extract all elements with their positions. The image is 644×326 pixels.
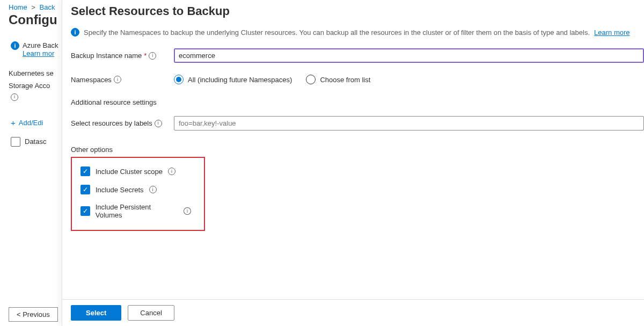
help-icon[interactable]: i [149,52,156,60]
select-resources-blade: Select Resources to Backup i Specify the… [62,0,644,326]
info-text: Azure Back [23,41,58,49]
labels-label: Select resources by labels [71,119,152,127]
help-icon[interactable]: i [184,207,191,215]
learn-more-link[interactable]: Learn mor [23,49,58,57]
check-icon: ✓ [83,186,88,193]
radio-all-label: All (including future Namespaces) [188,76,292,84]
datasource-label: Datasc [25,137,46,146]
instance-name-label: Backup Instance name [71,52,142,60]
radio-choose-from-list[interactable]: Choose from list [306,75,370,84]
include-cluster-scope-checkbox[interactable]: ✓ [80,166,90,176]
add-edit-label: Add/Edi [19,119,43,127]
include-pv-checkbox[interactable]: ✓ [80,206,90,216]
required-asterisk: * [144,52,147,60]
include-cluster-scope-label: Include Cluster scope [96,168,163,176]
backup-instance-name-input[interactable] [174,48,644,63]
check-icon: ✓ [83,168,88,175]
other-options-highlight: ✓ Include Cluster scope i ✓ Include Secr… [71,157,205,231]
info-icon: i [71,28,79,37]
breadcrumb-separator: > [31,3,35,11]
radio-choose-label: Choose from list [320,76,370,84]
breadcrumb-home[interactable]: Home [9,3,27,11]
resources-by-labels-input[interactable] [174,116,644,131]
page-title: Configu [0,12,59,31]
info-bar-text: Specify the Namespaces to backup the und… [84,28,590,37]
other-options-header: Other options [71,142,644,157]
storage-label: Storage Acco [0,77,59,90]
info-icon: i [11,41,19,50]
namespaces-label: Namespaces [71,76,112,84]
help-icon[interactable]: i [11,93,18,101]
help-icon[interactable]: i [155,120,162,127]
blade-title: Select Resources to Backup [71,0,644,28]
include-secrets-label: Include Secrets [96,186,144,194]
plus-icon: + [11,118,16,127]
radio-all-namespaces[interactable]: All (including future Namespaces) [174,75,292,84]
radio-circle-icon [174,75,184,84]
check-icon: ✓ [83,207,88,215]
help-icon[interactable]: i [149,186,157,193]
datasource-checkbox[interactable] [11,137,20,147]
select-button[interactable]: Select [71,305,121,321]
add-edit-link[interactable]: + Add/Edi [0,101,59,127]
help-icon[interactable]: i [168,168,175,175]
learn-more-link[interactable]: Learn more [594,28,630,37]
kubernetes-label: Kubernetes se [0,57,59,77]
radio-circle-icon [306,75,316,84]
cancel-button[interactable]: Cancel [128,305,174,321]
include-secrets-checkbox[interactable]: ✓ [80,185,90,194]
additional-settings-header: Additional resource settings [71,96,644,116]
breadcrumb-back[interactable]: Back [40,3,55,11]
help-icon[interactable]: i [114,76,121,83]
breadcrumb: Home > Back [0,0,59,12]
include-pv-label: Include Persistent Volumes [96,203,178,219]
previous-button[interactable]: < Previous [9,307,58,322]
